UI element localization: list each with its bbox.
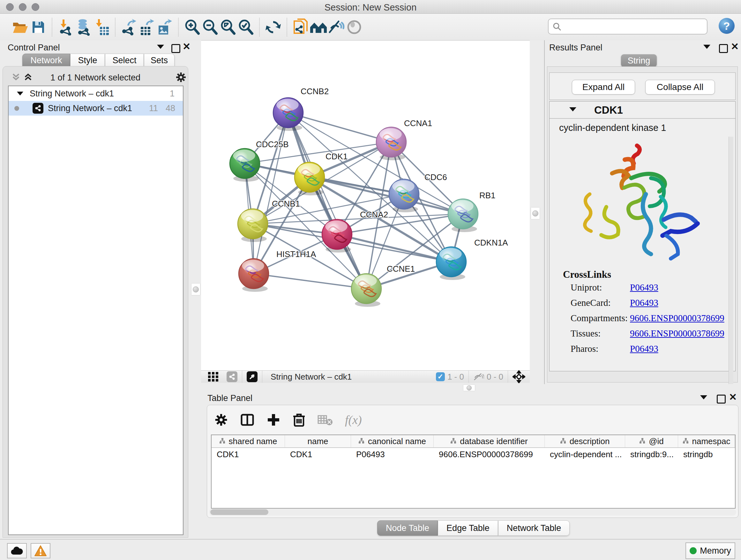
search-input[interactable]	[548, 18, 708, 35]
hide-style-icon[interactable]	[327, 18, 345, 36]
import-network-database-icon[interactable]	[75, 18, 92, 36]
network-tab-content: 1 of 1 Network selected String Network –…	[3, 66, 188, 538]
column-header-namespac[interactable]: namespac	[678, 435, 735, 447]
export-image-icon[interactable]	[156, 18, 174, 36]
help-button[interactable]: ?	[719, 18, 735, 34]
tab-edge-table[interactable]: Edge Table	[438, 520, 498, 536]
results-scrollbar[interactable]	[729, 137, 733, 405]
table-container: f(x) shared namenamecanonical namedataba…	[207, 405, 738, 518]
column-header-database-identifier[interactable]: database identifier	[434, 435, 545, 447]
shared-column-icon	[450, 436, 457, 446]
import-network-file-icon[interactable]	[57, 18, 75, 36]
network-view-icon[interactable]	[226, 371, 238, 382]
crosslink-value-link[interactable]: 9606.ENSP00000378699	[630, 328, 724, 339]
node-CDC6[interactable]	[389, 179, 419, 212]
panel-float-icon[interactable]	[719, 44, 728, 53]
panel-float-icon[interactable]	[172, 44, 180, 53]
tab-node-table[interactable]: Node Table	[377, 520, 438, 536]
tab-style[interactable]: Style	[70, 54, 105, 67]
node-CDK1[interactable]	[294, 162, 325, 195]
panel-menu-icon[interactable]	[700, 395, 707, 399]
warning-button[interactable]	[30, 543, 51, 558]
column-header-description[interactable]: description	[545, 435, 625, 447]
panel-float-icon[interactable]	[717, 395, 726, 403]
crosslink-value-link[interactable]: P06493	[630, 298, 658, 308]
tab-network[interactable]: Network	[22, 54, 70, 67]
horizontal-splitter-handle[interactable]	[463, 385, 475, 391]
section-collapse-icon[interactable]	[569, 107, 576, 111]
selected-checkbox-icon[interactable]: ✓	[436, 372, 445, 381]
edge-HIST1H1A-CCNE1[interactable]	[254, 273, 366, 289]
toolbar-separator	[178, 18, 179, 37]
tab-sets[interactable]: Sets	[144, 54, 175, 67]
right-splitter[interactable]	[530, 40, 544, 384]
add-column-icon[interactable]	[266, 413, 280, 427]
show-columns-icon[interactable]	[240, 413, 254, 427]
node-CCNA1[interactable]	[376, 127, 406, 160]
panel-menu-icon[interactable]	[703, 45, 711, 49]
protein-section-header[interactable]: CDK1	[549, 102, 735, 119]
pan-crosshair-icon[interactable]	[513, 370, 525, 383]
panel-menu-icon[interactable]	[157, 45, 164, 49]
network-row[interactable]: String Network – cdk1 11 48	[9, 101, 183, 116]
sphere-icon[interactable]	[345, 18, 363, 36]
expand-all-button[interactable]: Expand All	[572, 80, 635, 95]
crosslink-value-link[interactable]: P06493	[630, 344, 658, 354]
node-CCNB1[interactable]	[238, 209, 268, 242]
network-collection-row[interactable]: String Network – cdk1 1	[9, 86, 183, 101]
crosslink-value-link[interactable]: 9606.ENSP00000378699	[630, 313, 724, 323]
column-header-shared-name[interactable]: shared name	[212, 435, 285, 447]
node-CDKN1A[interactable]	[436, 247, 466, 280]
tree-expand-icon[interactable]	[17, 91, 23, 96]
panel-close-icon[interactable]: ✕	[183, 43, 191, 50]
selected-count: 1 - 0	[448, 372, 464, 382]
table-gear-icon[interactable]	[214, 413, 228, 427]
zoom-selected-icon[interactable]	[237, 18, 255, 36]
node-CCNE1[interactable]	[351, 273, 381, 307]
crosslink-row: Tissues:9606.ENSP00000378699	[570, 328, 730, 344]
column-header-name[interactable]: name	[285, 435, 351, 447]
crosslink-value-link[interactable]: P06493	[630, 282, 658, 293]
collapse-all-button[interactable]: Collapse All	[645, 80, 715, 95]
network-status-bar: String Network – cdk1 ✓ 1 - 0 0 - 0	[201, 370, 530, 383]
houses-icon[interactable]	[310, 18, 327, 36]
column-header-canonical-name[interactable]: canonical name	[351, 435, 434, 447]
tab-select[interactable]: Select	[105, 54, 144, 67]
warning-icon	[34, 545, 47, 557]
right-splitter-handle[interactable]	[531, 207, 540, 219]
table-hscrollbar-thumb[interactable]	[210, 509, 268, 515]
node-HIST1H1A[interactable]	[239, 259, 269, 292]
export-table-icon[interactable]	[138, 18, 156, 36]
share-document-icon[interactable]	[292, 18, 310, 36]
tab-network-table[interactable]: Network Table	[498, 520, 570, 536]
edge-count: 48	[165, 104, 175, 113]
save-session-icon[interactable]	[29, 18, 47, 36]
horizontal-splitter[interactable]	[201, 384, 741, 391]
table-row[interactable]: CDK1CDK1P064939606.ENSP00000378699cyclin…	[212, 448, 735, 461]
column-header-@id[interactable]: @id	[625, 435, 678, 447]
gear-icon[interactable]	[175, 71, 187, 83]
cloud-button[interactable]	[7, 543, 27, 558]
grid-view-icon[interactable]	[208, 372, 220, 381]
panel-close-icon[interactable]: ✕	[731, 43, 739, 50]
zoom-out-icon[interactable]	[201, 18, 219, 36]
network-canvas[interactable]: CCNB2CCNA1CDC25BCDK1CDC6RB1CCNB1CCNA2CDK…	[201, 40, 530, 371]
memory-button[interactable]: Memory	[685, 543, 735, 559]
tab-string[interactable]: String	[621, 54, 657, 67]
left-splitter-handle[interactable]	[192, 284, 200, 295]
refresh-layout-icon[interactable]	[264, 18, 282, 36]
delete-column-icon[interactable]	[293, 413, 306, 427]
birdseye-view-icon[interactable]	[247, 371, 258, 382]
table-hscrollbar[interactable]	[209, 509, 736, 516]
node-RB1[interactable]	[448, 199, 478, 232]
zoom-in-icon[interactable]	[183, 18, 201, 36]
left-splitter[interactable]	[191, 40, 201, 539]
panel-close-icon[interactable]: ✕	[729, 394, 737, 401]
edge-CCNA2-CDKN1A[interactable]	[337, 234, 451, 262]
open-session-icon[interactable]	[11, 18, 29, 36]
control-panel-title: Control Panel	[8, 43, 60, 53]
export-network-icon[interactable]	[120, 18, 138, 36]
zoom-fit-icon[interactable]	[219, 18, 237, 36]
node-CDC25B[interactable]	[230, 148, 260, 182]
import-table-icon[interactable]	[92, 18, 111, 36]
